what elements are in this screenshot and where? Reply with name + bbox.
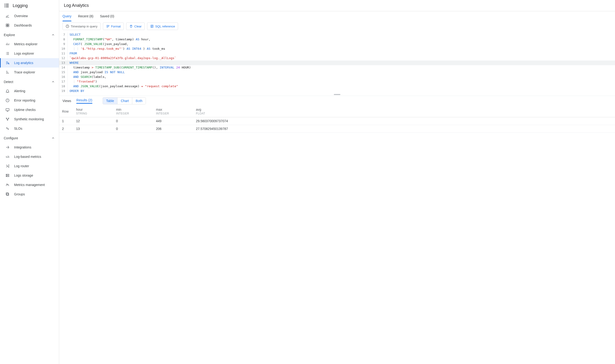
sidebar-item-overview[interactable]: Overview [0, 11, 59, 21]
sidebar-item-label: SLOs [14, 127, 22, 130]
code-line[interactable]: 10 | | '$."http.resp.took_ms"') AS INT64… [59, 46, 615, 51]
sidebar-item-label: Alerting [14, 89, 25, 93]
sidebar-item-label: Overview [14, 14, 28, 18]
sidebar-item-alerting[interactable]: Alerting [0, 86, 59, 96]
sidebar-group-configure[interactable]: Configure [0, 133, 59, 143]
code-line[interactable]: 9 CAST( JSON_VALUE(json_payload, [59, 42, 615, 46]
svg-point-13 [6, 118, 7, 119]
code-line[interactable]: 16 AND SEARCH(labels, [59, 75, 615, 79]
sidebar-item-label: Metrics explorer [14, 42, 38, 46]
svg-rect-23 [7, 193, 9, 195]
code-line[interactable]: 8 FORMAT_TIMESTAMP("%H", timestamp) AS h… [59, 37, 615, 42]
sidebar-item-uptime-checks[interactable]: Uptime checks [0, 105, 59, 115]
tab-query[interactable]: Query [62, 11, 71, 21]
page-title: Log Analytics [59, 0, 615, 11]
table-row[interactable]: 213020627.570829450139787 [59, 125, 615, 133]
column-header-max[interactable]: maxINTEGER [153, 106, 193, 117]
cell-avg: 29.560370009737074 [193, 117, 615, 125]
code-line[interactable]: 19ORDER BY [59, 89, 615, 93]
clock-icon [66, 24, 69, 28]
sidebar-item-label: Log analytics [14, 61, 33, 65]
chevron-up-icon [51, 33, 55, 37]
results-tab[interactable]: Results (2) [76, 98, 92, 104]
format-button[interactable]: Format [103, 23, 124, 30]
svg-rect-1 [6, 4, 9, 4]
svg-point-16 [7, 128, 7, 128]
sidebar-item-groups[interactable]: Groups [0, 190, 59, 199]
sidebar-item-label: Log router [14, 164, 29, 168]
sidebar-item-label: Dashboards [14, 24, 32, 27]
code-line[interactable]: 11FROM [59, 51, 615, 56]
nodes-icon [5, 117, 10, 121]
cell-min: 0 [113, 117, 153, 125]
cell-row: 2 [59, 125, 73, 133]
sidebar-group-label: Configure [4, 136, 18, 140]
code-line[interactable]: 17 | "frontend") [59, 79, 615, 84]
sidebar-item-label: Logs explorer [14, 52, 34, 55]
line-number: 15 [59, 70, 68, 75]
view-mode-chart[interactable]: Chart [117, 98, 132, 104]
bell-icon [5, 89, 10, 93]
sidebar-item-dashboards[interactable]: Dashboards [0, 21, 59, 30]
query-toolbar: Timestamp in query Format Clear SQL refe… [59, 21, 615, 32]
sidebar-item-log-router[interactable]: Log router [0, 161, 59, 171]
sidebar-item-synthetic-monitoring[interactable]: Synthetic monitoring [0, 115, 59, 124]
sidebar-item-metrics-management[interactable]: Metrics management [0, 180, 59, 190]
line-number: 16 [59, 75, 68, 79]
sidebar-item-slos[interactable]: SLOs [0, 124, 59, 133]
svg-rect-7 [8, 24, 9, 25]
primary-tabs: Query Recent (8) Saved (0) [59, 11, 615, 21]
code-line[interactable]: 7SELECT [59, 32, 615, 37]
code-line[interactable]: 18 AND JSON_VALUE(json_payload.message) … [59, 84, 615, 89]
sidebar-group-explore[interactable]: Explore [0, 30, 59, 39]
svg-rect-5 [6, 7, 9, 7]
code-line[interactable]: 15 AND json_payload IS NOT NULL [59, 70, 615, 75]
sidebar-item-error-reporting[interactable]: Error reporting [0, 96, 59, 105]
results-bar: Views Results (2) Table Chart Both [59, 96, 615, 106]
views-tab[interactable]: Views [62, 99, 71, 103]
svg-point-15 [7, 120, 8, 120]
product-header: Logging [0, 0, 59, 11]
bars-icon [5, 42, 10, 46]
code-line[interactable]: 13WHERE [59, 61, 615, 65]
svg-rect-6 [6, 24, 7, 25]
timestamp-in-query-button[interactable]: Timestamp in query [62, 23, 100, 30]
sidebar-item-label: Groups [14, 192, 25, 196]
code-line[interactable]: 12`qwiklabs-gcp-01-8909a23fa3fb.global.d… [59, 56, 615, 61]
sidebar-item-log-analytics[interactable]: Log analytics [0, 58, 59, 67]
sql-editor[interactable]: 7SELECT8 FORMAT_TIMESTAMP("%H", timestam… [59, 32, 615, 93]
table-row[interactable]: 112044929.560370009737074 [59, 117, 615, 125]
svg-point-21 [7, 176, 7, 176]
line-number: 11 [59, 51, 68, 56]
sidebar-item-logs-storage[interactable]: Logs storage [0, 171, 59, 180]
column-header-row[interactable]: Row [59, 106, 73, 117]
sidebar-group-detect[interactable]: Detect [0, 77, 59, 86]
results-resize-handle[interactable] [59, 93, 615, 96]
sidebar-item-metrics-explorer[interactable]: Metrics explorer [0, 39, 59, 49]
code-line[interactable]: 14 timestamp > TIMESTAMP_SUB(CURRENT_TIM… [59, 65, 615, 70]
monitor-icon [5, 107, 10, 112]
sidebar-item-logs-explorer[interactable]: Logs explorer [0, 49, 59, 58]
view-mode-both[interactable]: Both [132, 98, 146, 104]
sidebar-item-trace-explorer[interactable]: Trace explorer [0, 67, 59, 77]
sidebar-item-integrations[interactable]: Integrations [0, 143, 59, 152]
tune-icon [5, 182, 10, 187]
sidebar-item-label: Metrics management [14, 183, 45, 187]
clear-button[interactable]: Clear [126, 23, 145, 30]
column-header-hour[interactable]: hourSTRING [73, 106, 113, 117]
svg-rect-8 [6, 26, 7, 27]
line-number: 12 [59, 56, 68, 61]
column-header-min[interactable]: minINTEGER [113, 106, 153, 117]
cell-avg: 27.570829450139787 [193, 125, 615, 133]
sql-reference-button[interactable]: SQL reference [147, 23, 178, 30]
sidebar-item-log-based-metrics[interactable]: Log-based metrics [0, 152, 59, 161]
storage-icon [5, 173, 10, 178]
tab-recent[interactable]: Recent (8) [78, 11, 93, 21]
line-number: 18 [59, 84, 68, 89]
tab-saved[interactable]: Saved (0) [100, 11, 114, 21]
view-mode-table[interactable]: Table [103, 98, 117, 104]
cell-max: 449 [153, 117, 193, 125]
integrate-icon [5, 145, 10, 150]
column-header-avg[interactable]: avgFLOAT [193, 106, 615, 117]
sidebar-item-label: Trace explorer [14, 70, 35, 74]
